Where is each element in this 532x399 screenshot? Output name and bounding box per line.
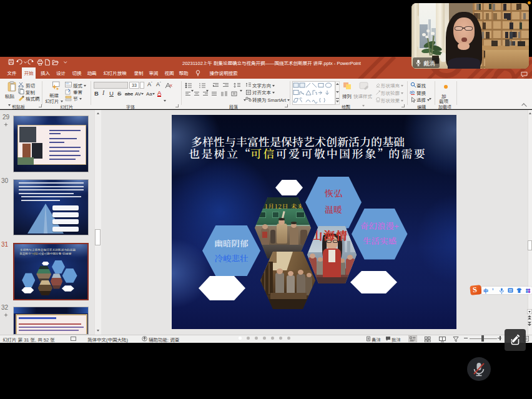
- svg-text:ab: ab: [410, 90, 415, 94]
